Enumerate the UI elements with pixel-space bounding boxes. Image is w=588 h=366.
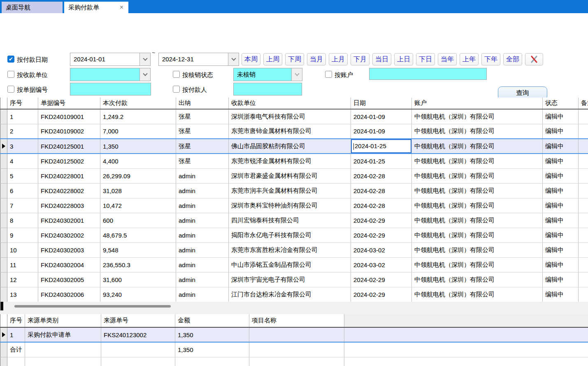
cell-seq[interactable]: 10 bbox=[7, 242, 38, 257]
row-selector[interactable] bbox=[0, 154, 7, 168]
cell-cashier[interactable]: admin bbox=[176, 287, 229, 302]
cell-date[interactable]: 2024-02-28 bbox=[351, 198, 412, 213]
cell-seq[interactable]: 13 bbox=[7, 287, 38, 302]
quick-date-button[interactable]: 下月 bbox=[351, 53, 370, 65]
cell-payee[interactable]: 东莞市锐泽金属材料有限公司 bbox=[229, 154, 351, 168]
cell-account[interactable]: 中领航电机（深圳）有限公司 bbox=[412, 168, 543, 183]
cell-remark[interactable] bbox=[579, 213, 588, 228]
row-selector[interactable] bbox=[0, 198, 7, 213]
account-checkbox[interactable] bbox=[325, 71, 332, 78]
cell-account[interactable]: 中领航电机（深圳）有限公司 bbox=[412, 124, 543, 139]
cell-payee[interactable]: 深圳市奥科宝特种油剂有限公司 bbox=[229, 198, 351, 213]
cell-cashier[interactable]: 张星 bbox=[176, 109, 229, 124]
chevron-down-icon[interactable] bbox=[291, 68, 302, 81]
cell-seq[interactable]: 5 bbox=[7, 168, 38, 183]
cell-seq[interactable]: 12 bbox=[7, 272, 38, 287]
cell-payee[interactable]: 深圳浙泰电气科技有限公司 bbox=[229, 109, 351, 124]
column-header-source-type[interactable]: 来源单类别 bbox=[25, 314, 101, 327]
cell-date[interactable]: 2024-02-29 bbox=[351, 287, 412, 302]
cell-status[interactable]: 编辑中 bbox=[543, 257, 579, 272]
cell-account[interactable]: 中领航电机（深圳）有限公司 bbox=[412, 242, 543, 257]
cell-remark[interactable] bbox=[579, 257, 588, 272]
cell-status[interactable]: 编辑中 bbox=[543, 154, 579, 168]
cell-account[interactable]: 中领航电机（深圳）有限公司 bbox=[412, 183, 543, 198]
payee-combo[interactable] bbox=[70, 68, 151, 81]
cell-status[interactable]: 编辑中 bbox=[543, 228, 579, 242]
cell-seq[interactable] bbox=[7, 357, 25, 366]
cell-amount[interactable]: 48,679.5 bbox=[100, 228, 176, 242]
cell-cashier[interactable]: admin bbox=[176, 168, 229, 183]
cell-doc-no[interactable]: FKD240302006 bbox=[38, 287, 100, 302]
cell-remark[interactable] bbox=[579, 242, 588, 257]
cell-date[interactable]: 2024-01-25 bbox=[351, 139, 412, 154]
cell-source-no[interactable] bbox=[101, 357, 175, 366]
cell-remark[interactable] bbox=[579, 139, 588, 154]
cell-account[interactable]: 中领航电机（深圳）有限公司 bbox=[412, 139, 543, 154]
cell-doc-no[interactable]: FKD240302001 bbox=[38, 213, 100, 228]
chevron-down-icon[interactable] bbox=[139, 68, 150, 81]
cell-payee[interactable]: 江门市台达粉末冶金有限公司 bbox=[229, 287, 351, 302]
pay-date-checkbox[interactable]: ✔ bbox=[7, 56, 14, 63]
verify-status-combo[interactable]: 未核销 bbox=[233, 68, 302, 81]
column-header-payee[interactable]: 收款单位 bbox=[229, 98, 351, 109]
cell-date[interactable]: 2024-03-02 bbox=[351, 242, 412, 257]
cell-amount[interactable]: 1,350 bbox=[175, 342, 249, 357]
cell-status[interactable]: 编辑中 bbox=[543, 272, 579, 287]
cell-status[interactable]: 编辑中 bbox=[543, 183, 579, 198]
cell-amount[interactable]: 31,028 bbox=[100, 183, 176, 198]
cell-cashier[interactable]: admin bbox=[176, 198, 229, 213]
column-header-date[interactable]: 日期 bbox=[351, 98, 412, 109]
quick-date-button[interactable]: 上周 bbox=[263, 53, 282, 65]
cell-remark[interactable] bbox=[579, 272, 588, 287]
cell-remark[interactable] bbox=[579, 124, 588, 139]
cell-amount[interactable]: 1,350 bbox=[100, 139, 176, 154]
cell-doc-no[interactable]: FKD240125001 bbox=[38, 139, 100, 154]
date-to-combo[interactable]: 2024-12-31 bbox=[158, 53, 239, 66]
cell-seq[interactable]: 7 bbox=[7, 198, 38, 213]
cell-cashier[interactable]: admin bbox=[176, 183, 229, 198]
cell-payee[interactable]: 东莞市东富胜粉末冶金有限公司 bbox=[229, 242, 351, 257]
chevron-down-icon[interactable] bbox=[228, 53, 239, 65]
verify-status-checkbox[interactable] bbox=[173, 71, 180, 78]
cell-cashier[interactable]: admin bbox=[176, 272, 229, 287]
quick-date-button[interactable]: 本周 bbox=[242, 53, 260, 65]
cell-doc-no[interactable]: FKD240228001 bbox=[38, 168, 100, 183]
payer-checkbox[interactable] bbox=[173, 86, 180, 93]
column-header-cashier[interactable]: 出纳 bbox=[176, 98, 229, 109]
cell-payee[interactable]: 四川宏锦泰科技有限公司 bbox=[229, 213, 351, 228]
cell-amount[interactable]: 4,400 bbox=[100, 154, 176, 168]
cell-date[interactable]: 2024-01-09 bbox=[351, 109, 412, 124]
cell-status[interactable]: 编辑中 bbox=[543, 242, 579, 257]
doc-no-input[interactable] bbox=[70, 83, 151, 96]
column-header-remark[interactable]: 备注 bbox=[579, 98, 588, 109]
cell-doc-no[interactable]: FKD240125002 bbox=[38, 154, 100, 168]
cell-account[interactable]: 中领航电机（深圳）有限公司 bbox=[412, 257, 543, 272]
cell-doc-no[interactable]: FKD240228003 bbox=[38, 198, 100, 213]
cell-seq[interactable]: 1 bbox=[7, 327, 25, 342]
cell-cashier[interactable]: admin bbox=[176, 242, 229, 257]
cell-payee[interactable]: 揭阳市永亿电子科技有限公司 bbox=[229, 228, 351, 242]
cell-remark[interactable] bbox=[579, 154, 588, 168]
doc-no-checkbox[interactable] bbox=[7, 86, 14, 93]
cell-remark[interactable] bbox=[579, 287, 588, 302]
tab-desktop-nav[interactable]: 桌面导航 bbox=[2, 2, 63, 13]
cell-remark[interactable] bbox=[579, 168, 588, 183]
cell-source-type[interactable]: 采购付款申请单 bbox=[25, 327, 101, 342]
cell-status[interactable]: 编辑中 bbox=[543, 109, 579, 124]
quick-date-button[interactable]: 上年 bbox=[460, 53, 479, 65]
cell-cashier[interactable]: 张星 bbox=[176, 124, 229, 139]
close-icon[interactable]: × bbox=[120, 2, 123, 13]
date-from-combo[interactable]: 2024-01-01 bbox=[70, 53, 151, 66]
cell-amount[interactable]: 600 bbox=[100, 213, 176, 228]
account-input[interactable] bbox=[369, 68, 487, 80]
quick-date-button[interactable]: 下日 bbox=[416, 53, 435, 65]
cell-amount[interactable]: 31,600 bbox=[100, 272, 176, 287]
scrollbar-thumb[interactable] bbox=[14, 305, 171, 308]
row-selector[interactable] bbox=[0, 314, 7, 327]
cell-cashier[interactable]: 张星 bbox=[176, 139, 229, 154]
cell-source-type[interactable] bbox=[25, 357, 101, 366]
cell-seq[interactable]: 4 bbox=[7, 154, 38, 168]
cell-payee[interactable]: 深圳市君豪盛金属材料有限公司 bbox=[229, 168, 351, 183]
row-selector[interactable] bbox=[0, 272, 7, 287]
cell-payee[interactable]: 中山市添铭五金制品有限公司 bbox=[229, 257, 351, 272]
